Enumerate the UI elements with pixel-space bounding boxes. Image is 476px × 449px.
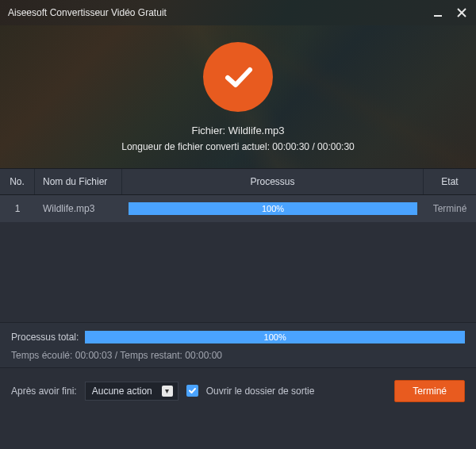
titlebar: Aiseesoft Convertisseur Vidéo Gratuit — [0, 0, 476, 25]
after-finish-select[interactable]: Aucune action — [85, 382, 178, 401]
total-label: Processus total: — [11, 332, 79, 343]
col-header-state: Etat — [424, 169, 476, 194]
select-value: Aucune action — [92, 386, 152, 397]
total-bar-wrap: 100% — [85, 331, 465, 343]
total-progress-bar: 100% — [85, 331, 465, 343]
elapsed-value: 00:00:03 — [75, 350, 113, 361]
checkmark-icon — [218, 57, 258, 97]
open-folder-checkbox[interactable] — [186, 385, 198, 397]
table-header: No. Nom du Fichier Processus Etat — [0, 168, 476, 195]
col-header-name: Nom du Fichier — [35, 169, 122, 194]
success-badge — [203, 42, 273, 112]
length-total: 00:00:30 — [317, 141, 355, 152]
summary-panel: Processus total: 100% Temps écoulé: 00:0… — [0, 322, 476, 367]
table-body: 1 Wildlife.mp3 100% Terminé — [0, 195, 476, 322]
check-icon — [188, 386, 197, 395]
open-folder-label[interactable]: Ouvrir le dossier de sortie — [206, 386, 315, 397]
file-name: Wildlife.mp3 — [228, 125, 285, 136]
file-label: Fichier: — [191, 125, 225, 136]
header-panel: Fichier: Wildlife.mp3 Longueur de fichie… — [0, 25, 476, 168]
length-current: 00:00:30 — [272, 141, 309, 152]
cell-state: Terminé — [424, 195, 476, 222]
current-file-line: Fichier: Wildlife.mp3 — [191, 125, 284, 136]
col-header-process: Processus — [122, 169, 424, 194]
cell-name: Wildlife.mp3 — [35, 195, 122, 222]
minimize-button[interactable] — [432, 6, 444, 19]
after-finish-label: Après avoir fini: — [11, 386, 77, 397]
done-button[interactable]: Terminé — [394, 380, 465, 402]
row-progress-bar: 100% — [129, 202, 417, 215]
time-line: Temps écoulé: 00:00:03 / Temps restant: … — [11, 350, 465, 361]
remaining-label: Temps restant: — [120, 350, 182, 361]
converted-length-line: Longueur de fichier converti actuel: 00:… — [121, 141, 355, 152]
remaining-value: 00:00:00 — [185, 350, 222, 361]
total-progress-row: Processus total: 100% — [11, 331, 465, 343]
length-prefix: Longueur de fichier converti actuel: — [121, 141, 270, 152]
cell-process: 100% — [122, 195, 424, 222]
close-icon — [457, 8, 466, 17]
close-button[interactable] — [455, 6, 468, 19]
col-header-no: No. — [0, 169, 35, 194]
elapsed-label: Temps écoulé: — [11, 350, 72, 361]
footer-bar: Après avoir fini: Aucune action Ouvrir l… — [0, 367, 476, 413]
total-progress-label: 100% — [264, 332, 286, 342]
window-controls — [432, 6, 468, 19]
table-row[interactable]: 1 Wildlife.mp3 100% Terminé — [0, 195, 476, 222]
cell-no: 1 — [0, 195, 35, 222]
row-progress-label: 100% — [262, 204, 284, 213]
minimize-icon — [433, 8, 443, 17]
app-title: Aiseesoft Convertisseur Vidéo Gratuit — [8, 7, 432, 18]
